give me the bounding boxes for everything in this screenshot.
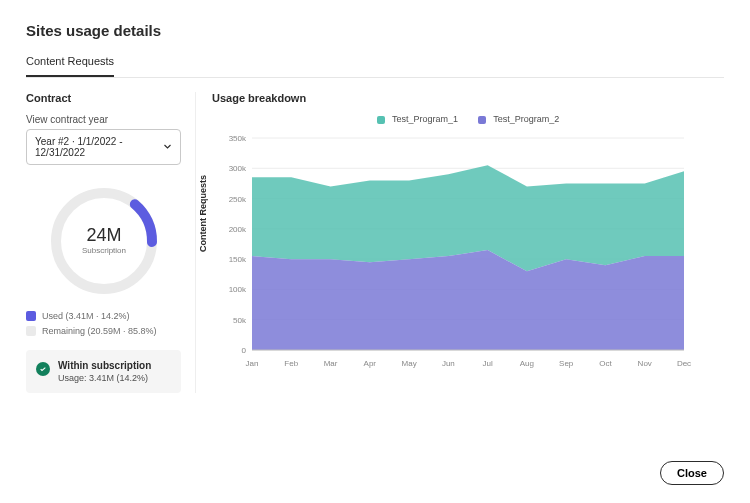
breakdown-panel: Usage breakdown Test_Program_1 Test_Prog… <box>212 92 724 393</box>
breakdown-heading: Usage breakdown <box>212 92 724 104</box>
subscription-value: 24M <box>86 225 121 245</box>
status-title: Within subscription <box>58 360 151 371</box>
legend-remaining-swatch <box>26 326 36 336</box>
svg-text:300k: 300k <box>229 164 247 173</box>
contract-year-label: View contract year <box>26 114 181 125</box>
svg-text:Nov: Nov <box>638 359 652 368</box>
page-title: Sites usage details <box>26 22 724 39</box>
svg-text:50k: 50k <box>233 316 247 325</box>
legend-series-1-swatch <box>377 116 385 124</box>
svg-text:May: May <box>402 359 417 368</box>
subscription-label: Subscription <box>81 246 125 255</box>
svg-text:150k: 150k <box>229 255 247 264</box>
svg-text:200k: 200k <box>229 225 247 234</box>
contract-heading: Contract <box>26 92 181 104</box>
contract-year-select[interactable]: Year #2 · 1/1/2022 - 12/31/2022 <box>26 129 181 165</box>
chevron-down-icon <box>163 142 172 153</box>
svg-text:Jun: Jun <box>442 359 455 368</box>
close-button[interactable]: Close <box>660 461 724 485</box>
svg-text:Mar: Mar <box>324 359 338 368</box>
svg-text:0: 0 <box>242 346 247 355</box>
subscription-donut: 24M Subscription <box>26 165 181 311</box>
svg-text:Feb: Feb <box>284 359 298 368</box>
chart-ylabel: Content Requests <box>198 175 208 252</box>
svg-text:350k: 350k <box>229 134 247 143</box>
chart: Content Requests 050k100k150k200k250k300… <box>212 132 692 372</box>
contract-panel: Contract View contract year Year #2 · 1/… <box>26 92 196 393</box>
svg-text:250k: 250k <box>229 195 247 204</box>
legend-used: Used (3.41M · 14.2%) <box>26 311 181 321</box>
status-sub: Usage: 3.41M (14.2%) <box>58 373 151 383</box>
legend-used-label: Used (3.41M · 14.2%) <box>42 311 130 321</box>
legend-remaining-label: Remaining (20.59M · 85.8%) <box>42 326 157 336</box>
legend-series-2-swatch <box>478 116 486 124</box>
legend-used-swatch <box>26 311 36 321</box>
svg-text:Jul: Jul <box>483 359 493 368</box>
svg-text:100k: 100k <box>229 285 247 294</box>
legend-series-2: Test_Program_2 <box>478 114 559 124</box>
svg-text:Oct: Oct <box>599 359 612 368</box>
svg-text:Apr: Apr <box>364 359 377 368</box>
legend-remaining: Remaining (20.59M · 85.8%) <box>26 326 181 336</box>
contract-year-value: Year #2 · 1/1/2022 - 12/31/2022 <box>35 136 163 158</box>
svg-text:Sep: Sep <box>559 359 574 368</box>
legend-series-1: Test_Program_1 <box>377 114 458 124</box>
legend-series-2-label: Test_Program_2 <box>493 114 559 124</box>
status-box: Within subscription Usage: 3.41M (14.2%) <box>26 350 181 393</box>
chart-svg: 050k100k150k200k250k300k350kJanFebMarApr… <box>212 132 692 372</box>
tab-content-requests[interactable]: Content Requests <box>26 55 114 77</box>
check-circle-icon <box>36 362 50 376</box>
chart-legend: Test_Program_1 Test_Program_2 <box>212 114 724 124</box>
tabs: Content Requests <box>26 55 724 78</box>
svg-text:Jan: Jan <box>246 359 259 368</box>
svg-text:Dec: Dec <box>677 359 691 368</box>
legend-series-1-label: Test_Program_1 <box>392 114 458 124</box>
svg-text:Aug: Aug <box>520 359 534 368</box>
